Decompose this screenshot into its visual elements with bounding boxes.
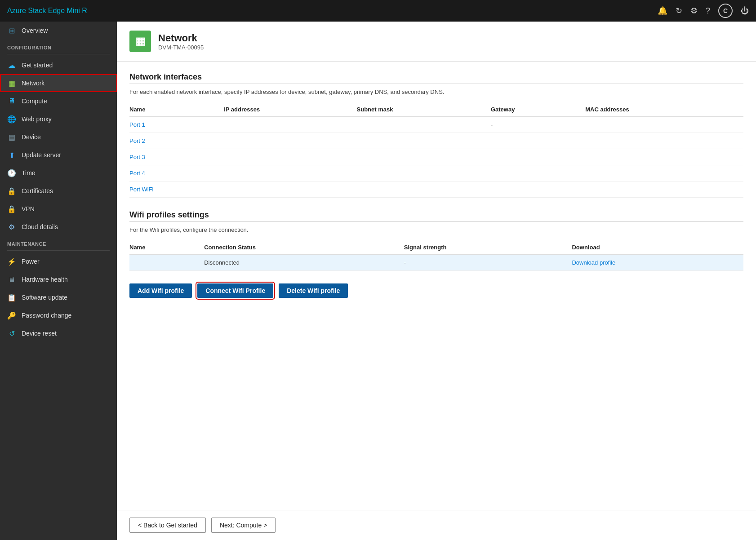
sidebar-item-compute[interactable]: 🖥 Compute (0, 92, 117, 110)
port-link[interactable]: Port 1 (129, 117, 224, 133)
wifi-col-name: Name (129, 240, 204, 255)
wifi-action-buttons: Add Wifi profile Connect Wifi Profile De… (129, 283, 743, 298)
power-icon[interactable]: ⏻ (741, 6, 749, 16)
update-server-icon: ⬆ (7, 150, 16, 159)
table-row: Port WiFi (129, 181, 743, 198)
wifi-profiles-section: Wifi profiles settings For the Wifi prof… (129, 210, 743, 298)
port-mac (585, 165, 743, 181)
table-row: Port 2 (129, 133, 743, 149)
network-interfaces-title: Network interfaces (129, 72, 743, 82)
software-update-icon: 📋 (7, 293, 16, 302)
sidebar-label-certificates: Certificates (22, 187, 53, 195)
wifi-profiles-desc: For the Wifi profiles, configure the con… (129, 226, 743, 233)
col-ip: IP addresses (224, 102, 356, 117)
help-icon[interactable]: ? (706, 6, 710, 16)
sidebar-item-certificates[interactable]: 🔒 Certificates (0, 182, 117, 200)
port-subnet (357, 149, 491, 165)
sidebar-label-device: Device (22, 133, 41, 141)
password-change-icon: 🔑 (7, 311, 16, 320)
port-link[interactable]: Port WiFi (129, 181, 224, 198)
page-header-icon: ▦ (129, 31, 151, 52)
sidebar-item-power[interactable]: ⚡ Power (0, 252, 117, 270)
col-subnet: Subnet mask (357, 102, 491, 117)
port-link[interactable]: Port 3 (129, 149, 224, 165)
port-gateway (491, 133, 585, 149)
device-icon: ▤ (7, 133, 16, 142)
sidebar-divider-maintenance (7, 250, 110, 251)
sidebar-label-update-server: Update server (22, 151, 61, 159)
time-icon: 🕐 (7, 168, 16, 177)
bell-icon[interactable]: 🔔 (658, 6, 667, 16)
web-proxy-icon: 🌐 (7, 115, 16, 124)
page-header-text: Network DVM-TMA-00095 (158, 32, 204, 51)
sidebar-label-vpn: VPN (22, 205, 35, 212)
sidebar-divider-config (7, 54, 110, 54)
topbar-icons: 🔔 ↻ ⚙ ? C ⏻ (658, 4, 749, 18)
wifi-row-status: Disconnected (204, 255, 404, 271)
topbar: Azure Stack Edge Mini R 🔔 ↻ ⚙ ? C ⏻ (0, 0, 756, 22)
sidebar-label-software-update: Software update (22, 294, 67, 301)
sidebar-item-software-update[interactable]: 📋 Software update (0, 288, 117, 306)
sidebar-item-cloud-details[interactable]: ⚙ Cloud details (0, 218, 117, 236)
port-mac (585, 133, 743, 149)
sidebar-item-network[interactable]: ▦ Network (0, 74, 117, 92)
sidebar-label-network: Network (22, 80, 44, 87)
wifi-profiles-divider (129, 221, 743, 222)
connect-wifi-profile-button[interactable]: Connect Wifi Profile (197, 283, 273, 298)
main-layout: ⊞ Overview CONFIGURATION ☁ Get started ▦… (0, 22, 756, 540)
page-subtitle: DVM-TMA-00095 (158, 44, 204, 51)
compute-icon: 🖥 (7, 97, 16, 106)
sidebar-item-web-proxy[interactable]: 🌐 Web proxy (0, 110, 117, 128)
port-mac (585, 149, 743, 165)
port-ip (224, 165, 356, 181)
network-interfaces-table: Name IP addresses Subnet mask Gateway MA… (129, 102, 743, 198)
hardware-health-icon: 🖥 (7, 275, 16, 284)
port-gateway (491, 149, 585, 165)
sidebar-item-get-started[interactable]: ☁ Get started (0, 56, 117, 74)
sidebar-label-hardware-health: Hardware health (22, 276, 68, 283)
sidebar-label-get-started: Get started (22, 62, 53, 69)
port-subnet (357, 165, 491, 181)
port-subnet (357, 181, 491, 198)
sidebar-item-device[interactable]: ▤ Device (0, 128, 117, 146)
wifi-table-row: Disconnected - Download profile (129, 255, 743, 271)
port-subnet (357, 117, 491, 133)
wifi-col-download: Download (572, 240, 743, 255)
network-icon: ▦ (7, 79, 16, 88)
add-wifi-profile-button[interactable]: Add Wifi profile (129, 283, 192, 298)
wifi-profiles-title: Wifi profiles settings (129, 210, 743, 220)
col-gateway: Gateway (491, 102, 585, 117)
power-sidebar-icon: ⚡ (7, 257, 16, 266)
network-interfaces-desc: For each enabled network interface, spec… (129, 89, 743, 95)
overview-icon: ⊞ (7, 26, 16, 35)
app-title: Azure Stack Edge Mini R (7, 7, 658, 15)
port-ip (224, 181, 356, 198)
network-interfaces-section: Network interfaces For each enabled netw… (129, 72, 743, 198)
sidebar-item-hardware-health[interactable]: 🖥 Hardware health (0, 270, 117, 288)
settings-icon[interactable]: ⚙ (690, 6, 698, 16)
sidebar-item-overview[interactable]: ⊞ Overview (0, 22, 117, 40)
wifi-row-name (129, 255, 204, 271)
sidebar-label-time: Time (22, 169, 36, 177)
copyright-icon[interactable]: C (718, 4, 733, 18)
sidebar-section-maintenance: MAINTENANCE (0, 236, 117, 248)
next-button[interactable]: Next: Compute > (211, 518, 276, 533)
content-area: ▦ Network DVM-TMA-00095 Network interfac… (117, 22, 756, 540)
content-body: Network interfaces For each enabled netw… (117, 62, 756, 510)
back-button[interactable]: < Back to Get started (129, 518, 206, 533)
wifi-col-signal: Signal strength (404, 240, 572, 255)
port-mac (585, 181, 743, 198)
wifi-profiles-table: Name Connection Status Signal strength D… (129, 240, 743, 271)
sidebar-item-vpn[interactable]: 🔒 VPN (0, 200, 117, 218)
wifi-row-download[interactable]: Download profile (572, 255, 743, 271)
port-ip (224, 117, 356, 133)
sidebar-item-time[interactable]: 🕐 Time (0, 164, 117, 182)
sidebar-item-password-change[interactable]: 🔑 Password change (0, 306, 117, 324)
sidebar-item-device-reset[interactable]: ↺ Device reset (0, 324, 117, 342)
delete-wifi-profile-button[interactable]: Delete Wifi profile (279, 283, 348, 298)
sidebar-item-update-server[interactable]: ⬆ Update server (0, 146, 117, 164)
port-link[interactable]: Port 4 (129, 165, 224, 181)
refresh-icon[interactable]: ↻ (676, 6, 682, 16)
sidebar-label-web-proxy: Web proxy (22, 115, 52, 123)
port-link[interactable]: Port 2 (129, 133, 224, 149)
